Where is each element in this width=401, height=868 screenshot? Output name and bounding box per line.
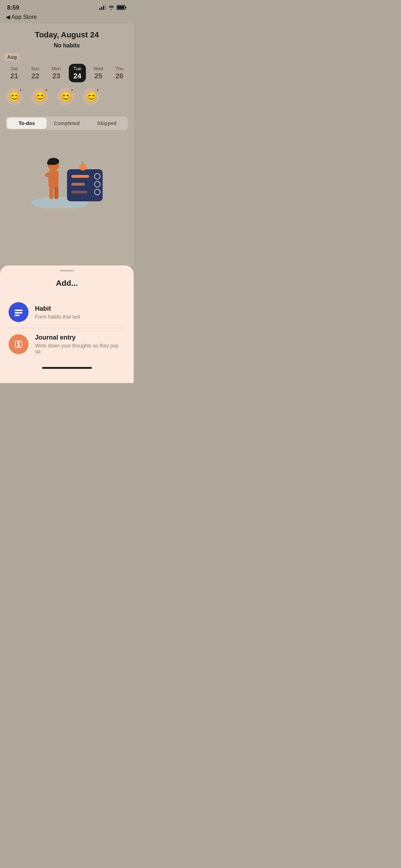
drag-handle[interactable] xyxy=(60,270,74,272)
battery-icon xyxy=(117,5,127,11)
calendar-day-sun22[interactable]: Sun 22 xyxy=(27,66,44,80)
add-habit-btn-4[interactable]: 😊 + xyxy=(83,88,100,105)
tab-todos[interactable]: To-dos xyxy=(7,118,47,129)
signal-icon xyxy=(99,5,106,11)
habit-face-icon: 😊 xyxy=(8,91,21,103)
day-name: Tue xyxy=(73,66,81,71)
tab-skipped-label: Skipped xyxy=(97,120,117,126)
day-name: Sat xyxy=(11,66,18,71)
add-habit-btn-3[interactable]: 😊 + xyxy=(57,88,74,105)
habit-item[interactable]: Habit Form habits that last xyxy=(0,296,134,328)
habit-item-title: Habit xyxy=(35,305,125,312)
day-number: 21 xyxy=(10,72,18,80)
tab-skipped[interactable]: Skipped xyxy=(87,118,127,129)
calendar-day-thu26[interactable]: Thu 26 xyxy=(111,66,128,80)
status-bar: 8:59 xyxy=(0,0,134,14)
add-habit-btn-2[interactable]: 😊 + xyxy=(31,88,48,105)
svg-rect-18 xyxy=(71,175,89,178)
svg-rect-25 xyxy=(15,312,22,314)
habit-face-icon: 😊 xyxy=(85,91,98,103)
svg-line-17 xyxy=(82,161,83,164)
day-number: 23 xyxy=(52,72,60,80)
no-habits-label: No habits xyxy=(0,42,134,49)
svg-point-10 xyxy=(47,161,51,165)
svg-rect-2 xyxy=(103,6,104,10)
empty-illustration xyxy=(0,130,134,219)
calendar-day-mon23[interactable]: Mon 23 xyxy=(48,66,65,80)
habit-plus-icon: + xyxy=(43,87,49,93)
habit-icon xyxy=(9,302,29,322)
journal-item-subtitle: Write down your thoughts as they pop up xyxy=(35,343,125,354)
day-name: Thu xyxy=(115,66,123,71)
habit-plus-icon: + xyxy=(69,87,75,93)
status-time: 8:59 xyxy=(7,4,19,11)
date-header: Today, August 24 xyxy=(0,23,134,42)
journal-item-title: Journal entry xyxy=(35,334,125,341)
month-label: Aug xyxy=(4,53,20,61)
bottom-sheet: Add... Habit Form habits that last xyxy=(0,265,134,383)
main-content: Today, August 24 No habits Aug Sat 21 Su… xyxy=(0,23,134,265)
svg-point-16 xyxy=(79,164,87,171)
status-icons xyxy=(99,5,127,11)
tab-todos-label: To-dos xyxy=(19,120,35,126)
calendar-day-wed25[interactable]: Wed 25 xyxy=(90,66,107,80)
page-title: Today, August 24 xyxy=(0,30,134,40)
svg-rect-22 xyxy=(71,191,87,193)
habit-item-text: Habit Form habits that last xyxy=(35,305,125,320)
tab-completed-label: Completed xyxy=(54,120,79,126)
tab-bar: To-dos Completed Skipped xyxy=(6,117,128,130)
day-number: 25 xyxy=(94,72,102,80)
back-arrow-icon: ◀ xyxy=(6,14,10,20)
calendar-days: Sat 21 Sun 22 Mon 23 Tue 24 Wed 25 Thu 2… xyxy=(4,64,129,82)
calendar-day-sat21[interactable]: Sat 21 xyxy=(6,66,23,80)
journal-item[interactable]: Journal entry Write down your thoughts a… xyxy=(0,328,134,360)
svg-rect-0 xyxy=(99,8,101,10)
svg-rect-14 xyxy=(54,186,58,199)
habit-plus-icon: + xyxy=(18,87,24,93)
wifi-icon xyxy=(108,5,114,11)
habit-face-icon: 😊 xyxy=(34,91,46,103)
day-number: 22 xyxy=(31,72,39,80)
svg-rect-26 xyxy=(15,315,20,316)
illustration-container xyxy=(28,151,106,208)
habit-face-icon: 😊 xyxy=(60,91,72,103)
svg-rect-1 xyxy=(101,7,102,10)
habit-plus-icon: + xyxy=(95,87,101,93)
svg-rect-24 xyxy=(15,310,22,311)
calendar-strip: Aug Sat 21 Sun 22 Mon 23 Tue 24 Wed 25 xyxy=(0,53,134,82)
day-name: Mon xyxy=(52,66,61,71)
svg-rect-5 xyxy=(125,6,126,9)
svg-rect-11 xyxy=(48,170,58,188)
day-number: 24 xyxy=(73,72,81,80)
svg-rect-20 xyxy=(71,183,85,186)
day-name: Sun xyxy=(31,66,39,71)
add-habit-btn-1[interactable]: 😊 + xyxy=(6,88,23,105)
journal-item-text: Journal entry Write down your thoughts a… xyxy=(35,334,125,354)
svg-rect-13 xyxy=(49,186,53,199)
svg-rect-3 xyxy=(105,5,106,10)
habit-item-subtitle: Form habits that last xyxy=(35,314,125,320)
habit-add-row: 😊 + 😊 + 😊 + 😊 + xyxy=(0,82,134,111)
svg-rect-12 xyxy=(45,173,58,177)
nav-back[interactable]: ◀ App Store xyxy=(0,14,134,23)
tab-completed[interactable]: Completed xyxy=(47,118,87,129)
journal-icon xyxy=(9,334,29,354)
svg-rect-6 xyxy=(117,6,124,9)
back-label: App Store xyxy=(11,14,37,20)
sheet-title: Add... xyxy=(0,279,134,288)
calendar-day-tue24[interactable]: Tue 24 xyxy=(69,64,86,82)
home-indicator xyxy=(42,367,92,369)
day-name: Wed xyxy=(94,66,103,71)
day-number: 26 xyxy=(115,72,123,80)
